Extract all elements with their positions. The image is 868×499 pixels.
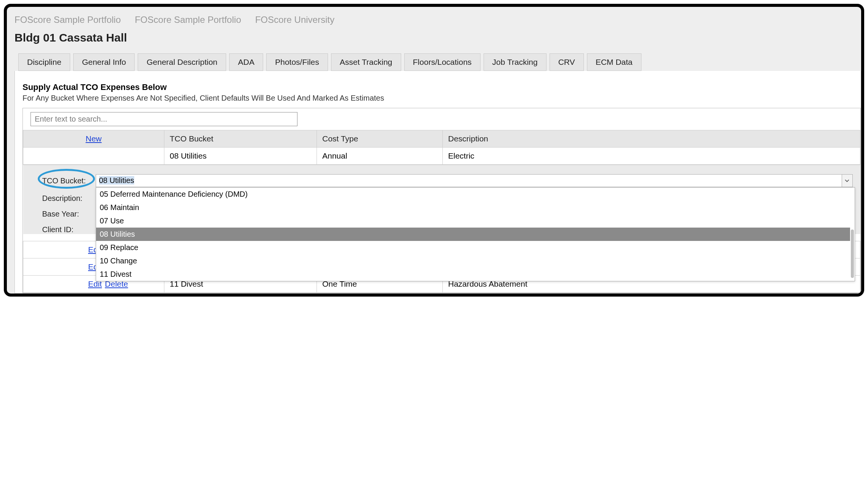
tab-bar: Discipline General Info General Descript… xyxy=(14,53,861,71)
table-row: 08 Utilities Annual Electric xyxy=(23,148,860,165)
tco-grid: New TCO Bucket Cost Type Description 08 … xyxy=(23,108,861,293)
new-link[interactable]: New xyxy=(29,134,159,143)
cell-bucket: 08 Utilities xyxy=(164,148,317,165)
col-header-bucket: TCO Bucket xyxy=(164,130,317,148)
tco-bucket-combo[interactable]: 08 Utilities 05 Deferred Maintenance Def… xyxy=(96,174,853,187)
cell-actions xyxy=(23,148,164,165)
section-title: Supply Actual TCO Expenses Below xyxy=(23,82,861,92)
breadcrumb-item[interactable]: FOScore Sample Portfolio xyxy=(135,14,241,25)
app-frame: FOScore Sample Portfolio FOScore Sample … xyxy=(4,4,864,297)
combo-dropdown-list[interactable]: 05 Deferred Maintenance Deficiency (DMD)… xyxy=(96,187,855,281)
tab-floors-locations[interactable]: Floors/Locations xyxy=(404,53,481,71)
col-header-cost-type: Cost Type xyxy=(317,130,443,148)
breadcrumb: FOScore Sample Portfolio FOScore Sample … xyxy=(14,14,861,25)
label-tco-bucket: TCO Bucket: xyxy=(42,176,96,185)
col-header-description: Description xyxy=(443,130,860,148)
page-title: Bldg 01 Cassata Hall xyxy=(14,31,861,44)
search-input[interactable] xyxy=(31,112,297,126)
tab-general-info[interactable]: General Info xyxy=(73,53,135,71)
combo-option[interactable]: 06 Maintain xyxy=(96,201,850,214)
combo-option[interactable]: 07 Use xyxy=(96,214,850,228)
tab-photos-files[interactable]: Photos/Files xyxy=(266,53,328,71)
content-pane: Supply Actual TCO Expenses Below For Any… xyxy=(14,71,861,294)
tab-discipline[interactable]: Discipline xyxy=(18,53,70,71)
label-description: Description: xyxy=(42,194,96,203)
combo-selected-value: 08 Utilities xyxy=(96,175,842,187)
table-header-row: New TCO Bucket Cost Type Description xyxy=(23,130,860,148)
breadcrumb-item[interactable]: FOScore University xyxy=(255,14,334,25)
tab-job-tracking[interactable]: Job Tracking xyxy=(484,53,547,71)
combo-option[interactable]: 10 Change xyxy=(96,254,850,268)
chevron-down-icon xyxy=(845,178,849,183)
edit-panel-row: TCO Bucket: 08 Utilities xyxy=(23,165,860,241)
section-subtitle: For Any Bucket Where Expenses Are Not Sp… xyxy=(23,94,861,103)
breadcrumb-item[interactable]: FOScore Sample Portfolio xyxy=(14,14,121,25)
combo-option[interactable]: 11 Divest xyxy=(96,268,850,281)
tco-table: New TCO Bucket Cost Type Description 08 … xyxy=(23,130,860,293)
tab-general-description[interactable]: General Description xyxy=(138,53,226,71)
dropdown-scrollbar[interactable] xyxy=(851,229,854,278)
cell-description: Electric xyxy=(443,148,860,165)
cell-cost-type: Annual xyxy=(317,148,443,165)
label-client-id: Client ID: xyxy=(42,225,96,234)
search-row xyxy=(23,108,860,130)
label-base-year: Base Year: xyxy=(42,210,96,218)
combo-dropdown-button[interactable] xyxy=(842,175,852,187)
edit-panel: TCO Bucket: 08 Utilities xyxy=(23,165,860,234)
combo-option[interactable]: 05 Deferred Maintenance Deficiency (DMD) xyxy=(96,188,850,201)
tab-ada[interactable]: ADA xyxy=(229,53,263,71)
tab-crv[interactable]: CRV xyxy=(550,53,584,71)
combo-option[interactable]: 08 Utilities xyxy=(96,228,850,241)
tab-asset-tracking[interactable]: Asset Tracking xyxy=(331,53,401,71)
combo-option[interactable]: 09 Replace xyxy=(96,241,850,254)
tab-ecm-data[interactable]: ECM Data xyxy=(587,53,641,71)
